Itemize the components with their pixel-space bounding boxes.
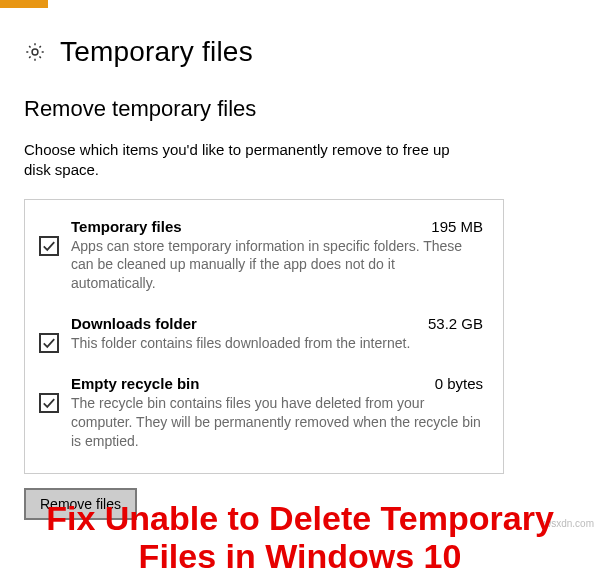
list-item: Temporary files 195 MB Apps can store te… <box>35 210 487 306</box>
item-description: This folder contains files downloaded fr… <box>71 334 483 353</box>
item-size: 53.2 GB <box>428 315 483 332</box>
item-description: The recycle bin contains files you have … <box>71 394 483 451</box>
gear-icon <box>24 41 46 63</box>
accent-bar <box>0 0 48 8</box>
item-size: 195 MB <box>431 218 483 235</box>
section-description: Choose which items you'd like to permane… <box>24 140 469 181</box>
caption-line: Fix Unable to Delete Temporary <box>8 500 592 537</box>
item-description: Apps can store temporary information in … <box>71 237 483 294</box>
items-list: Temporary files 195 MB Apps can store te… <box>24 199 504 474</box>
page-title: Temporary files <box>60 36 253 68</box>
list-item: Downloads folder 53.2 GB This folder con… <box>35 305 487 365</box>
page-header: Temporary files <box>24 36 576 68</box>
item-size: 0 bytes <box>435 375 483 392</box>
checkbox-temporary-files[interactable] <box>39 236 59 256</box>
article-caption: Fix Unable to Delete Temporary Files in … <box>0 496 600 575</box>
svg-point-0 <box>32 49 38 55</box>
item-title: Temporary files <box>71 218 182 235</box>
item-title: Downloads folder <box>71 315 197 332</box>
list-item: Empty recycle bin 0 bytes The recycle bi… <box>35 365 487 463</box>
checkbox-downloads-folder[interactable] <box>39 333 59 353</box>
item-title: Empty recycle bin <box>71 375 199 392</box>
caption-line: Files in Windows 10 <box>8 538 592 575</box>
checkbox-empty-recycle-bin[interactable] <box>39 393 59 413</box>
section-title: Remove temporary files <box>24 96 576 122</box>
